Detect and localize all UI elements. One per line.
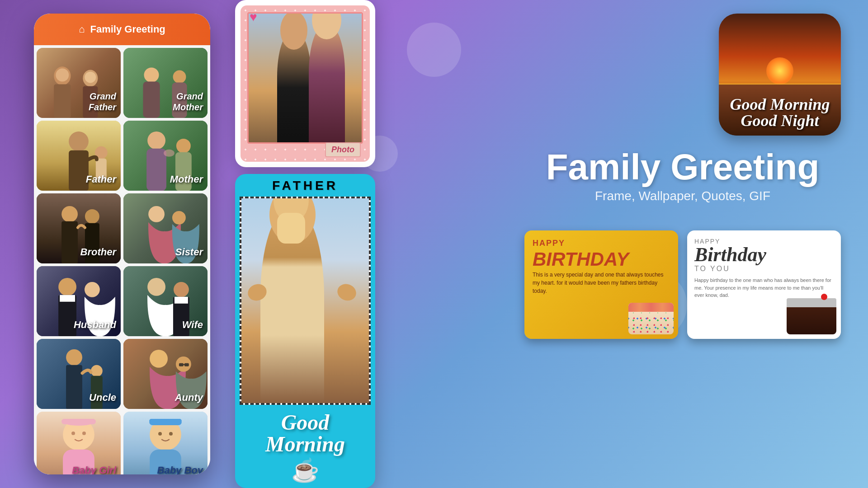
cake-cherry bbox=[821, 294, 827, 300]
mother-label: Mother bbox=[170, 174, 203, 185]
photo-label: Photo bbox=[325, 142, 361, 157]
svg-point-18 bbox=[164, 149, 175, 156]
svg-point-24 bbox=[172, 211, 186, 224]
sunset-sun bbox=[766, 57, 793, 84]
svg-rect-27 bbox=[60, 295, 75, 301]
app-icon-line1: Good Morning bbox=[726, 96, 834, 113]
home-icon: ⌂ bbox=[79, 23, 85, 35]
svg-rect-15 bbox=[146, 148, 166, 191]
main-title-text: Family Greeting bbox=[524, 149, 841, 185]
app-icon[interactable]: Good Morning Good Night bbox=[719, 14, 841, 136]
grandmother-label: GrandMother bbox=[173, 91, 203, 113]
svg-point-25 bbox=[58, 277, 76, 296]
svg-point-23 bbox=[148, 206, 165, 222]
svg-point-35 bbox=[91, 365, 103, 376]
grid-item-aunty[interactable]: Aunty bbox=[123, 339, 208, 409]
svg-point-53 bbox=[158, 432, 162, 435]
grid-item-mother[interactable]: Mother bbox=[123, 121, 208, 191]
svg-point-14 bbox=[147, 131, 165, 149]
birthday-cards-row: HAPPY BIRTHDAY This is a very special da… bbox=[524, 230, 841, 339]
coffee-icon: ☕ bbox=[291, 457, 319, 483]
uncle-label: Uncle bbox=[89, 392, 116, 404]
birthday-cake-2 bbox=[782, 285, 841, 339]
svg-rect-39 bbox=[179, 363, 184, 366]
father-card: FATHER Good Morning ☕ bbox=[235, 174, 375, 488]
grid-item-babyboy[interactable]: Baby Boy bbox=[123, 412, 208, 474]
svg-rect-45 bbox=[61, 419, 96, 424]
good-morning-text: Good Morning bbox=[240, 412, 371, 455]
father-label: Father bbox=[86, 174, 116, 185]
birthday-card-yellow[interactable]: HAPPY BIRTHDAY This is a very special da… bbox=[524, 230, 678, 339]
bokeh-decoration bbox=[407, 23, 461, 77]
svg-point-6 bbox=[144, 67, 159, 82]
sister-label: Sister bbox=[175, 246, 203, 258]
svg-rect-7 bbox=[143, 81, 160, 118]
svg-point-28 bbox=[85, 282, 100, 297]
app-icon-text: Good Morning Good Night bbox=[719, 89, 841, 136]
svg-point-29 bbox=[147, 277, 165, 296]
phone-title: Family Greeting bbox=[90, 23, 165, 35]
main-title-area: Family Greeting Frame, Wallpaper, Quotes… bbox=[524, 149, 841, 203]
birthday-card-white[interactable]: HAPPY Birthday TO YOU Happy birthday to … bbox=[687, 230, 841, 339]
grandfather-label: GrandFather bbox=[89, 91, 116, 113]
main-subtitle-text: Frame, Wallpaper, Quotes, GIF bbox=[524, 189, 841, 203]
father-card-title: FATHER bbox=[272, 178, 338, 193]
svg-point-47 bbox=[82, 431, 86, 435]
svg-point-5 bbox=[85, 72, 96, 83]
svg-rect-34 bbox=[66, 365, 82, 409]
brother-label: Brother bbox=[80, 246, 116, 258]
birthday-cake-1 bbox=[624, 289, 678, 339]
svg-point-54 bbox=[169, 432, 173, 435]
svg-point-37 bbox=[150, 349, 168, 367]
cake-decorations-1 bbox=[628, 313, 674, 334]
babygirl-label: Baby Girl bbox=[72, 465, 116, 474]
category-grid: GrandFather GrandMother bbox=[34, 45, 210, 474]
svg-point-16 bbox=[176, 138, 191, 153]
father-photo-frame bbox=[240, 197, 371, 405]
svg-point-8 bbox=[173, 70, 186, 84]
svg-rect-1 bbox=[54, 84, 71, 118]
grid-item-brother[interactable]: Brother bbox=[37, 193, 121, 263]
to-you-label: TO YOU bbox=[694, 265, 834, 273]
photo-area bbox=[247, 12, 363, 144]
grid-item-grandfather[interactable]: GrandFather bbox=[37, 48, 121, 118]
grid-item-husband[interactable]: Husband bbox=[37, 266, 121, 336]
husband-label: Husband bbox=[74, 319, 116, 331]
svg-rect-40 bbox=[184, 363, 189, 366]
wife-label: Wife bbox=[182, 319, 203, 331]
phone-header: ⌂ Family Greeting bbox=[34, 14, 210, 45]
svg-point-30 bbox=[174, 282, 189, 297]
grid-item-grandmother[interactable]: GrandMother bbox=[123, 48, 208, 118]
babyboy-label: Baby Boy bbox=[157, 465, 203, 474]
aunty-label: Aunty bbox=[175, 392, 203, 404]
svg-point-4 bbox=[56, 68, 69, 81]
happy-label-1: HAPPY bbox=[533, 239, 670, 248]
svg-rect-20 bbox=[61, 221, 78, 263]
svg-rect-32 bbox=[175, 296, 188, 303]
phone-device: ⌂ Family Greeting GrandFather bbox=[34, 14, 210, 474]
grid-item-wife[interactable]: Wife bbox=[123, 266, 208, 336]
birthday-label-2: Birthday bbox=[694, 245, 834, 265]
svg-point-21 bbox=[85, 209, 99, 223]
svg-point-10 bbox=[69, 131, 89, 151]
svg-point-19 bbox=[61, 206, 78, 222]
birthday-label-1: BIRTHDAY bbox=[533, 250, 670, 269]
grid-item-father[interactable]: Father bbox=[37, 121, 121, 191]
cake-shape-2 bbox=[787, 298, 836, 334]
grid-item-sister[interactable]: Sister bbox=[123, 193, 208, 263]
cake-shape-1 bbox=[628, 303, 674, 334]
photo-card: ♥ Photo bbox=[235, 0, 375, 167]
svg-point-46 bbox=[71, 431, 75, 435]
heart-icon: ♥ bbox=[250, 10, 257, 24]
app-icon-line2: Good Night bbox=[726, 113, 834, 129]
grid-item-babygirl[interactable]: Baby Girl bbox=[37, 412, 121, 474]
grid-item-uncle[interactable]: Uncle bbox=[37, 339, 121, 409]
svg-point-33 bbox=[66, 349, 82, 365]
